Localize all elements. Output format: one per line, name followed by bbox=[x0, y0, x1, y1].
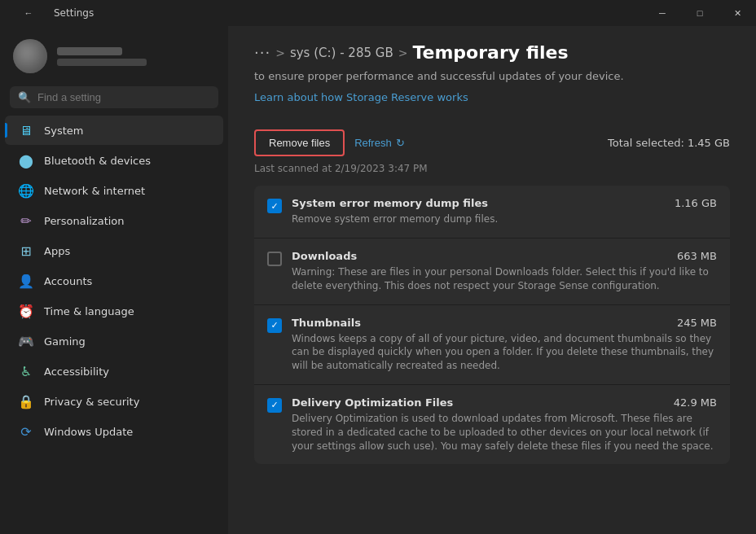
sidebar-item-apps[interactable]: ⊞Apps bbox=[5, 236, 223, 265]
file-name-delivery-optimization: Delivery Optimization Files bbox=[292, 396, 453, 409]
search-input[interactable] bbox=[37, 91, 210, 103]
sidebar-profile bbox=[0, 26, 228, 83]
window-title: Settings bbox=[54, 7, 94, 19]
refresh-label: Refresh bbox=[354, 137, 392, 149]
file-item-downloads: Downloads663 MBWarning: These are files … bbox=[254, 239, 730, 305]
avatar bbox=[13, 39, 47, 73]
file-desc-delivery-optimization: Delivery Optimization is used to downloa… bbox=[292, 412, 717, 453]
file-size-system-error-dumps: 1.16 GB bbox=[675, 197, 717, 209]
sidebar-item-label-personalization: Personalization bbox=[44, 215, 125, 227]
file-size-delivery-optimization: 42.9 MB bbox=[674, 396, 717, 409]
breadcrumb: ··· > sys (C:) - 285 GB > Temporary file… bbox=[254, 42, 730, 63]
apps-icon: ⊞ bbox=[18, 243, 34, 259]
sidebar-item-update[interactable]: ⟳Windows Update bbox=[5, 417, 223, 446]
app-body: 🔍 🖥System⬤Bluetooth & devices🌐Network & … bbox=[0, 26, 756, 534]
sidebar-item-label-network: Network & internet bbox=[44, 185, 145, 197]
file-header-delivery-optimization: Delivery Optimization Files42.9 MB bbox=[292, 396, 717, 409]
content-area: ··· > sys (C:) - 285 GB > Temporary file… bbox=[228, 26, 756, 534]
search-icon: 🔍 bbox=[18, 91, 31, 103]
action-bar: Remove files Refresh ↻ Total selected: 1… bbox=[254, 129, 730, 156]
sidebar-item-bluetooth[interactable]: ⬤Bluetooth & devices bbox=[5, 146, 223, 175]
sidebar-item-personalization[interactable]: ✏Personalization bbox=[5, 206, 223, 235]
checkbox-wrap-thumbnails bbox=[267, 318, 282, 333]
sidebar-item-system[interactable]: 🖥System bbox=[5, 116, 223, 145]
file-info-thumbnails: Thumbnails245 MBWindows keeps a copy of … bbox=[292, 317, 717, 373]
sidebar-item-privacy[interactable]: 🔒Privacy & security bbox=[5, 387, 223, 416]
page-subtitle: to ensure proper performance and success… bbox=[254, 69, 730, 84]
avatar-image bbox=[13, 39, 47, 73]
breadcrumb-path[interactable]: sys (C:) - 285 GB bbox=[290, 46, 393, 60]
gaming-icon: 🎮 bbox=[18, 333, 34, 349]
profile-email bbox=[57, 59, 147, 66]
sidebar-item-accessibility[interactable]: ♿Accessibility bbox=[5, 357, 223, 386]
remove-files-button[interactable]: Remove files bbox=[254, 129, 345, 156]
search-box: 🔍 bbox=[10, 86, 218, 108]
file-info-delivery-optimization: Delivery Optimization Files42.9 MBDelive… bbox=[292, 396, 717, 453]
accessibility-icon: ♿ bbox=[18, 363, 34, 379]
file-list: System error memory dump files1.16 GBRem… bbox=[254, 186, 730, 464]
sidebar-item-accounts[interactable]: 👤Accounts bbox=[5, 266, 223, 295]
sidebar-item-label-accessibility: Accessibility bbox=[44, 365, 109, 378]
file-name-system-error-dumps: System error memory dump files bbox=[292, 197, 488, 209]
checkbox-downloads[interactable] bbox=[267, 252, 282, 266]
close-button[interactable]: ✕ bbox=[719, 0, 756, 26]
storage-learn-link[interactable]: Learn about how Storage Reserve works bbox=[254, 91, 468, 103]
profile-info bbox=[57, 47, 147, 66]
checkbox-wrap-system-error-dumps bbox=[267, 199, 282, 213]
sidebar-item-time[interactable]: ⏰Time & language bbox=[5, 296, 223, 326]
breadcrumb-sep-1: > bbox=[275, 46, 285, 59]
minimize-button[interactable]: ─ bbox=[644, 0, 681, 26]
last-scanned-text: Last scanned at 2/19/2023 3:47 PM bbox=[254, 163, 730, 174]
bluetooth-icon: ⬤ bbox=[18, 152, 34, 169]
window-controls: ─ □ ✕ bbox=[644, 0, 756, 26]
profile-name bbox=[57, 47, 122, 55]
accounts-icon: 👤 bbox=[18, 273, 34, 289]
file-header-downloads: Downloads663 MB bbox=[292, 250, 717, 262]
checkbox-wrap-delivery-optimization bbox=[267, 398, 282, 413]
file-size-thumbnails: 245 MB bbox=[677, 317, 717, 329]
file-size-downloads: 663 MB bbox=[677, 250, 717, 262]
breadcrumb-sep-2: > bbox=[398, 46, 408, 59]
sidebar: 🔍 🖥System⬤Bluetooth & devices🌐Network & … bbox=[0, 26, 228, 534]
file-header-thumbnails: Thumbnails245 MB bbox=[292, 317, 717, 329]
sidebar-item-gaming[interactable]: 🎮Gaming bbox=[5, 326, 223, 356]
sidebar-item-label-privacy: Privacy & security bbox=[44, 396, 139, 408]
sidebar-item-label-accounts: Accounts bbox=[44, 275, 92, 287]
time-icon: ⏰ bbox=[18, 303, 34, 319]
sidebar-item-label-gaming: Gaming bbox=[44, 335, 86, 348]
file-header-system-error-dumps: System error memory dump files1.16 GB bbox=[292, 197, 717, 209]
checkbox-thumbnails[interactable] bbox=[267, 318, 282, 333]
privacy-icon: 🔒 bbox=[18, 393, 34, 409]
system-icon: 🖥 bbox=[18, 122, 34, 138]
sidebar-item-label-time: Time & language bbox=[44, 305, 134, 317]
sidebar-item-network[interactable]: 🌐Network & internet bbox=[5, 176, 223, 205]
network-icon: 🌐 bbox=[18, 182, 34, 199]
back-icon: ← bbox=[24, 8, 33, 18]
sidebar-item-label-bluetooth: Bluetooth & devices bbox=[44, 155, 151, 167]
file-info-downloads: Downloads663 MBWarning: These are files … bbox=[292, 250, 717, 293]
sidebar-item-label-update: Windows Update bbox=[44, 426, 133, 438]
file-item-delivery-optimization: Delivery Optimization Files42.9 MBDelive… bbox=[254, 385, 730, 464]
breadcrumb-dots: ··· bbox=[254, 44, 270, 61]
maximize-button[interactable]: □ bbox=[681, 0, 719, 26]
personalization-icon: ✏ bbox=[18, 212, 34, 229]
refresh-icon: ↻ bbox=[396, 137, 405, 149]
sidebar-item-label-system: System bbox=[44, 125, 83, 137]
file-desc-thumbnails: Windows keeps a copy of all of your pict… bbox=[292, 332, 717, 373]
file-item-system-error-dumps: System error memory dump files1.16 GBRem… bbox=[254, 186, 730, 239]
titlebar-left: ← Settings bbox=[10, 0, 94, 26]
refresh-button[interactable]: Refresh ↻ bbox=[354, 137, 405, 149]
total-selected-label: Total selected: 1.45 GB bbox=[608, 137, 730, 149]
sidebar-nav: 🖥System⬤Bluetooth & devices🌐Network & in… bbox=[0, 115, 228, 534]
file-name-downloads: Downloads bbox=[292, 250, 357, 262]
checkbox-delivery-optimization[interactable] bbox=[267, 398, 282, 413]
checkbox-wrap-downloads bbox=[267, 252, 282, 266]
file-name-thumbnails: Thumbnails bbox=[292, 317, 361, 329]
file-desc-downloads: Warning: These are files in your persona… bbox=[292, 265, 717, 293]
checkbox-system-error-dumps[interactable] bbox=[267, 199, 282, 213]
file-desc-system-error-dumps: Remove system error memory dump files. bbox=[292, 212, 717, 226]
back-button[interactable]: ← bbox=[10, 0, 47, 26]
breadcrumb-current: Temporary files bbox=[412, 42, 568, 63]
update-icon: ⟳ bbox=[18, 423, 34, 440]
titlebar: ← Settings ─ □ ✕ bbox=[0, 0, 756, 26]
